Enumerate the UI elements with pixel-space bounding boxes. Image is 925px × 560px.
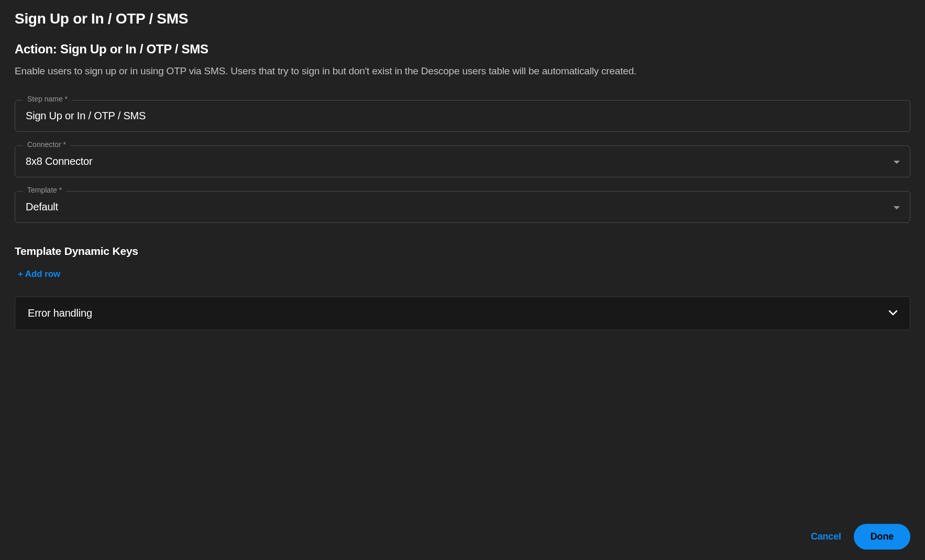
dialog-footer: Cancel Done	[15, 513, 910, 550]
connector-field-group: Connector * 8x8 Connector	[15, 145, 910, 177]
template-select[interactable]: Default	[15, 191, 910, 223]
connector-label: Connector *	[23, 140, 70, 149]
template-field-group: Template * Default	[15, 191, 910, 223]
action-description: Enable users to sign up or in using OTP …	[15, 64, 910, 79]
done-button[interactable]: Done	[854, 524, 910, 550]
error-handling-accordion[interactable]: Error handling	[15, 296, 910, 330]
step-name-field-group: Step name *	[15, 100, 910, 132]
step-name-label: Step name *	[23, 95, 72, 103]
dynamic-keys-title: Template Dynamic Keys	[15, 245, 910, 257]
chevron-down-icon	[889, 308, 897, 318]
action-subtitle: Action: Sign Up or In / OTP / SMS	[15, 42, 910, 57]
add-row-button[interactable]: + Add row	[18, 269, 910, 279]
error-handling-title: Error handling	[28, 307, 92, 319]
cancel-button[interactable]: Cancel	[811, 531, 841, 542]
connector-select[interactable]: 8x8 Connector	[15, 145, 910, 177]
page-title: Sign Up or In / OTP / SMS	[15, 10, 910, 27]
step-name-input[interactable]	[15, 100, 910, 132]
template-label: Template *	[23, 186, 66, 194]
